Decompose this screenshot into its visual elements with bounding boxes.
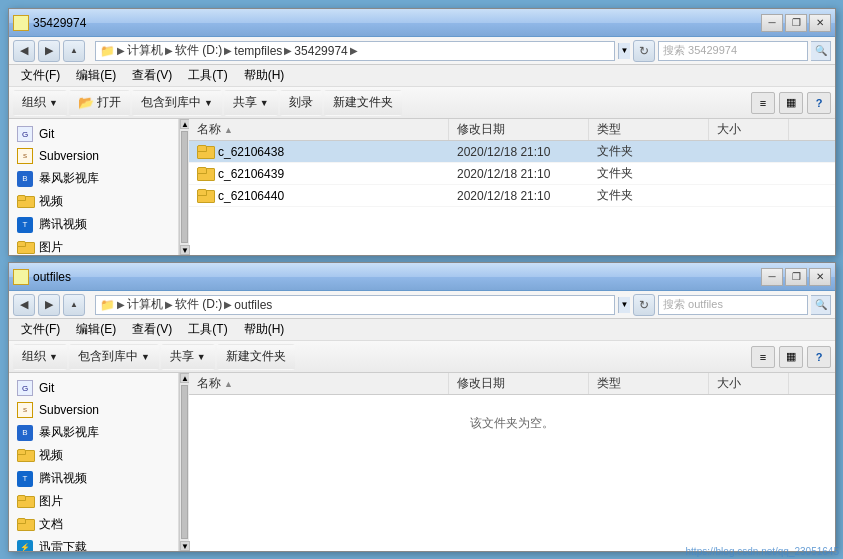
file-list-2: 名称 ▲ 修改日期 类型 大小 该文件夹为空。 — [189, 373, 835, 551]
address-path-2[interactable]: 📁 ▶ 计算机 ▶ 软件 (D:) ▶ outfiles — [95, 295, 615, 315]
menu-view-2[interactable]: 查看(V) — [124, 319, 180, 340]
view-button-2[interactable]: ≡ — [751, 346, 775, 368]
menu-help-1[interactable]: 帮助(H) — [236, 65, 293, 86]
address-path-1[interactable]: 📁 ▶ 计算机 ▶ 软件 (D:) ▶ tempfiles ▶ 35429974… — [95, 41, 615, 61]
search-box-1[interactable]: 搜索 35429974 — [658, 41, 808, 61]
help-button-1[interactable]: ? — [807, 92, 831, 114]
sidebar-item-tencent-2[interactable]: T 腾讯视频 — [9, 467, 178, 490]
sidebar-item-svn-1[interactable]: S Subversion — [9, 145, 178, 167]
minimize-button-1[interactable]: ─ — [761, 14, 783, 32]
folder-icon-open-1: 📂 — [78, 95, 94, 110]
include-library-button-2[interactable]: 包含到库中 ▼ — [69, 344, 159, 370]
close-button-2[interactable]: ✕ — [809, 268, 831, 286]
view-toggle-2[interactable]: ▦ — [779, 346, 803, 368]
search-button-2[interactable]: 🔍 — [811, 295, 831, 315]
sidebar-label-pic-1: 图片 — [39, 239, 63, 255]
folder-icon-1-2 — [197, 189, 213, 203]
up-button-1[interactable]: ▲ — [63, 40, 85, 62]
scroll-thumb-1[interactable] — [181, 131, 188, 243]
restore-button-2[interactable]: ❐ — [785, 268, 807, 286]
sidebar-item-doc-2[interactable]: 文档 — [9, 513, 178, 536]
back-button-1[interactable]: ◀ — [13, 40, 35, 62]
refresh-button-2[interactable]: ↻ — [633, 294, 655, 316]
file-list-header-1: 名称 ▲ 修改日期 类型 大小 — [189, 119, 835, 141]
help-button-2[interactable]: ? — [807, 346, 831, 368]
view-button-1[interactable]: ≡ — [751, 92, 775, 114]
sidebar-label-doc-2: 文档 — [39, 516, 63, 533]
menu-edit-2[interactable]: 编辑(E) — [68, 319, 124, 340]
col-header-name-1[interactable]: 名称 ▲ — [189, 119, 449, 140]
open-button-1[interactable]: 📂 打开 — [69, 90, 130, 116]
up-button-2[interactable]: ▲ — [63, 294, 85, 316]
organize-button-2[interactable]: 组织 ▼ — [13, 344, 67, 370]
empty-message-2: 该文件夹为空。 — [189, 395, 835, 452]
new-folder-button-2[interactable]: 新建文件夹 — [217, 344, 295, 370]
col-header-size-1[interactable]: 大小 — [709, 119, 789, 140]
sidebar-1: G Git S Subversion B 暴风影视库 视频 — [9, 119, 179, 255]
sidebar-item-git-2[interactable]: G Git — [9, 377, 178, 399]
col-header-date-1[interactable]: 修改日期 — [449, 119, 589, 140]
menu-tools-2[interactable]: 工具(T) — [180, 319, 235, 340]
share-button-1[interactable]: 共享 ▼ — [224, 90, 278, 116]
content-area-2: G Git S Subversion B 暴风影视库 视频 — [9, 373, 835, 551]
sidebar-item-video-1[interactable]: 视频 — [9, 190, 178, 213]
address-dropdown-1[interactable]: ▼ — [618, 43, 630, 59]
file-row-name-1-2: c_62106440 — [189, 189, 449, 203]
file-row-1-0[interactable]: c_62106438 2020/12/18 21:10 文件夹 — [189, 141, 835, 163]
scroll-thumb-2[interactable] — [181, 385, 188, 539]
forward-button-2[interactable]: ▶ — [38, 294, 60, 316]
new-folder-button-1[interactable]: 新建文件夹 — [324, 90, 402, 116]
share-button-2[interactable]: 共享 ▼ — [161, 344, 215, 370]
sidebar-item-baofeng-1[interactable]: B 暴风影视库 — [9, 167, 178, 190]
include-library-button-1[interactable]: 包含到库中 ▼ — [132, 90, 222, 116]
baofeng-icon-1: B — [17, 171, 33, 187]
menu-edit-1[interactable]: 编辑(E) — [68, 65, 124, 86]
col-header-type-2[interactable]: 类型 — [589, 373, 709, 394]
refresh-button-1[interactable]: ↻ — [633, 40, 655, 62]
menu-tools-1[interactable]: 工具(T) — [180, 65, 235, 86]
restore-button-1[interactable]: ❐ — [785, 14, 807, 32]
sidebar-scrollbar-2[interactable]: ▲ ▼ — [179, 373, 189, 551]
sidebar-scrollbar-1[interactable]: ▲ ▼ — [179, 119, 189, 255]
sidebar-item-pic-2[interactable]: 图片 — [9, 490, 178, 513]
address-dropdown-2[interactable]: ▼ — [618, 297, 630, 313]
search-button-1[interactable]: 🔍 — [811, 41, 831, 61]
address-bar-2: ◀ ▶ ▲ 📁 ▶ 计算机 ▶ 软件 (D:) ▶ outfiles ▼ ↻ 搜… — [9, 291, 835, 319]
col-header-name-2[interactable]: 名称 ▲ — [189, 373, 449, 394]
col-header-size-2[interactable]: 大小 — [709, 373, 789, 394]
address-bar-1: ◀ ▶ ▲ 📁 ▶ 计算机 ▶ 软件 (D:) ▶ tempfiles ▶ 35… — [9, 37, 835, 65]
svn-icon-2: S — [17, 402, 33, 418]
view-toggle-1[interactable]: ▦ — [779, 92, 803, 114]
sidebar-item-video-2[interactable]: 视频 — [9, 444, 178, 467]
pic-icon-1 — [17, 240, 33, 256]
menu-file-2[interactable]: 文件(F) — [13, 319, 68, 340]
menu-view-1[interactable]: 查看(V) — [124, 65, 180, 86]
forward-button-1[interactable]: ▶ — [38, 40, 60, 62]
burn-button-1[interactable]: 刻录 — [280, 90, 322, 116]
sidebar-item-svn-2[interactable]: S Subversion — [9, 399, 178, 421]
organize-button-1[interactable]: 组织 ▼ — [13, 90, 67, 116]
col-header-date-2[interactable]: 修改日期 — [449, 373, 589, 394]
close-button-1[interactable]: ✕ — [809, 14, 831, 32]
toolbar-right-1: ≡ ▦ ? — [751, 92, 831, 114]
titlebar-1: 35429974 ─ ❐ ✕ — [9, 9, 835, 37]
toolbar-2: 组织 ▼ 包含到库中 ▼ 共享 ▼ 新建文件夹 ≡ ▦ ? — [9, 341, 835, 373]
file-row-1-1[interactable]: c_62106439 2020/12/18 21:10 文件夹 — [189, 163, 835, 185]
menu-file-1[interactable]: 文件(F) — [13, 65, 68, 86]
path-computer-1: 📁 — [100, 44, 115, 58]
sidebar-item-pic-1[interactable]: 图片 — [9, 236, 178, 255]
sidebar-label-tencent-1: 腾讯视频 — [39, 216, 87, 233]
sidebar-item-git-1[interactable]: G Git — [9, 123, 178, 145]
file-row-1-2[interactable]: c_62106440 2020/12/18 21:10 文件夹 — [189, 185, 835, 207]
col-header-type-1[interactable]: 类型 — [589, 119, 709, 140]
back-button-2[interactable]: ◀ — [13, 294, 35, 316]
menu-help-2[interactable]: 帮助(H) — [236, 319, 293, 340]
titlebar-icon-1 — [13, 15, 29, 31]
sidebar-item-thunder-2[interactable]: ⚡ 迅雷下载 — [9, 536, 178, 551]
search-box-2[interactable]: 搜索 outfiles — [658, 295, 808, 315]
sidebar-item-tencent-1[interactable]: T 腾讯视频 — [9, 213, 178, 236]
minimize-button-2[interactable]: ─ — [761, 268, 783, 286]
sidebar-item-baofeng-2[interactable]: B 暴风影视库 — [9, 421, 178, 444]
titlebar-buttons-1: ─ ❐ ✕ — [761, 14, 831, 32]
svn-icon-1: S — [17, 148, 33, 164]
